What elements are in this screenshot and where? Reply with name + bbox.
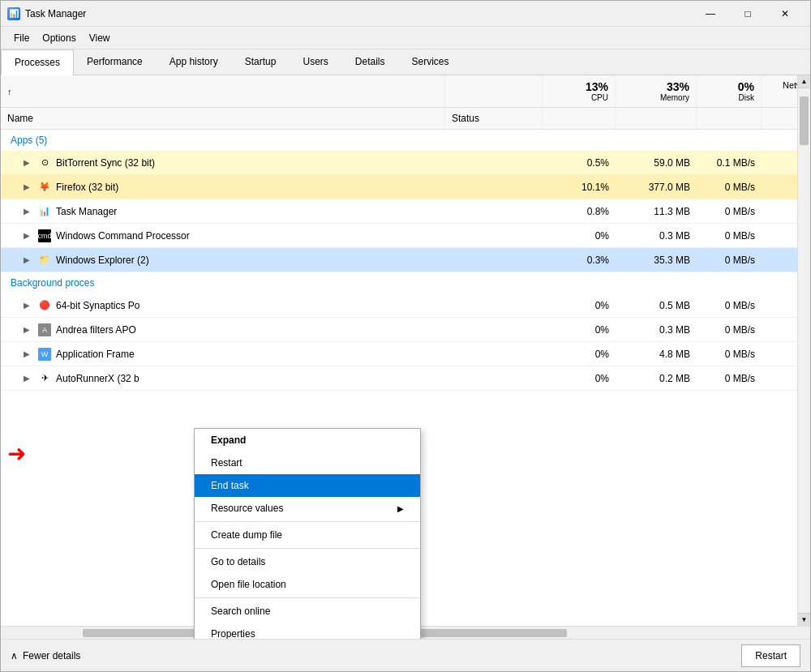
window-title: Task Manager [25,8,692,19]
background-section-header: Background proces [1,272,810,293]
tab-app-history[interactable]: App history [157,49,232,75]
expand-icon: ▶ [24,255,33,264]
process-disk: 0 MB/s [697,251,762,269]
ctx-separator-3 [195,597,420,598]
table-row[interactable]: ▶ 🔴 64-bit Synaptics Po 0% 0.5 MB 0 MB/s… [1,293,810,318]
name-label[interactable]: Name [1,108,445,129]
mem-pct-header: 33% Memory [616,75,697,107]
appframe-icon: W [38,348,51,361]
process-disk: 0 MB/s [697,297,762,315]
process-disk: 0 MB/s [697,178,762,196]
status-label[interactable]: Status [445,108,543,129]
fewer-details-label: Fewer details [23,650,80,661]
vertical-scrollbar: ▲ ▼ [797,75,810,626]
expand-icon: ▶ [24,301,33,310]
maximize-button[interactable]: □ [729,1,766,27]
submenu-arrow-icon: ▶ [397,504,404,513]
process-name: ▶ ⊙ BitTorrent Sync (32 bit) [1,153,445,173]
process-name: ▶ cmd Windows Command Processor [1,226,445,246]
expand-icon: ▶ [24,349,33,358]
process-name: ▶ 📊 Task Manager [1,202,445,221]
name-sort-header[interactable]: ↑ [1,75,445,107]
restart-button[interactable]: Restart [741,644,800,667]
ctx-go-to-details[interactable]: Go to details [195,550,420,573]
bittorrent-icon: ⊙ [38,156,51,169]
ctx-end-task[interactable]: End task [195,474,420,497]
task-manager-window: 📊 Task Manager — □ ✕ File Options View P… [0,0,811,672]
app-icon: 📊 [7,7,20,20]
ctx-separator-2 [195,548,420,549]
scroll-up-button[interactable]: ▲ [798,75,810,88]
scroll-track [798,88,810,613]
close-button[interactable]: ✕ [766,1,804,27]
process-mem: 0.3 MB [616,227,697,245]
tab-bar: Processes Performance App history Startu… [1,49,810,75]
tab-processes[interactable]: Processes [1,49,74,75]
cpu-label [543,108,616,129]
process-status [445,160,543,166]
process-disk: 0 MB/s [697,345,762,363]
tab-performance[interactable]: Performance [74,49,157,75]
process-name: ▶ 📁 Windows Explorer (2) [1,250,445,270]
ctx-expand[interactable]: Expand [195,429,420,452]
ctx-separator [195,521,420,522]
ctx-open-location[interactable]: Open file location [195,573,420,596]
apps-section-header: Apps (5) [1,130,810,151]
menu-options[interactable]: Options [36,29,82,47]
minimize-button[interactable]: — [692,1,729,27]
table-row[interactable]: ▶ ⊙ BitTorrent Sync (32 bit) 0.5% 59.0 M… [1,151,810,175]
process-mem: 11.3 MB [616,203,697,220]
ctx-restart[interactable]: Restart [195,452,420,474]
process-disk: 0 MB/s [697,203,762,220]
ctx-create-dump[interactable]: Create dump file [195,524,420,546]
expand-icon: ▶ [24,207,33,216]
menu-view[interactable]: View [83,29,117,47]
table-row[interactable]: ▶ A Andrea filters APO 0% 0.3 MB 0 MB/s … [1,318,810,342]
process-status [445,351,543,357]
taskmgr-icon: 📊 [38,205,51,218]
process-disk: 0 MB/s [697,370,762,387]
process-name: ▶ W Application Frame [1,345,445,364]
process-cpu: 10.1% [543,178,616,196]
process-status [445,233,543,239]
process-status [445,327,543,333]
menu-file[interactable]: File [7,29,36,47]
process-cpu: 0% [543,297,616,315]
title-controls: — □ ✕ [692,1,804,27]
process-name: ▶ ✈ AutoRunnerX (32 b [1,369,445,388]
scroll-down-button[interactable]: ▼ [798,613,810,626]
process-mem: 0.3 MB [616,321,697,339]
disk-pct-header: 0% Disk [697,75,762,107]
v-scroll-thumb[interactable] [800,96,809,145]
expand-icon: ▶ [24,158,33,167]
tab-startup[interactable]: Startup [232,49,290,75]
status-header[interactable] [445,75,543,107]
table-row[interactable]: ▶ 📁 Windows Explorer (2) 0.3% 35.3 MB 0 … [1,248,810,272]
process-mem: 0.5 MB [616,297,697,315]
process-cpu: 0.5% [543,154,616,172]
fewer-details-button[interactable]: ∧ Fewer details [11,650,80,661]
process-mem: 0.2 MB [616,370,697,387]
menu-bar: File Options View [1,27,810,49]
table-row[interactable]: ▶ 🦊 Firefox (32 bit) 10.1% 377.0 MB 0 MB… [1,175,810,199]
table-row[interactable]: ▶ cmd Windows Command Processor 0% 0.3 M… [1,224,810,248]
process-cpu: 0% [543,370,616,387]
process-status [445,184,543,190]
chevron-up-icon: ∧ [11,650,18,661]
expand-icon: ▶ [24,231,33,240]
tab-details[interactable]: Details [342,49,399,75]
ctx-search-online[interactable]: Search online [195,600,420,623]
tab-services[interactable]: Services [399,49,463,75]
table-row[interactable]: ▶ W Application Frame 0% 4.8 MB 0 MB/s 0 [1,342,810,366]
explorer-icon: 📁 [38,254,51,267]
expand-icon: ▶ [24,182,33,191]
autorunner-icon: ✈ [38,372,51,385]
ctx-resource-values[interactable]: Resource values ▶ [195,497,420,520]
tab-users[interactable]: Users [290,49,341,75]
table-row[interactable]: ▶ 📊 Task Manager 0.8% 11.3 MB 0 MB/s 0 [1,199,810,224]
process-status [445,302,543,309]
process-disk: 0 MB/s [697,321,762,339]
ctx-properties[interactable]: Properties [195,623,420,639]
table-row[interactable]: ▶ ✈ AutoRunnerX (32 b 0% 0.2 MB 0 MB/s 0 [1,366,810,391]
mem-label [616,108,697,129]
